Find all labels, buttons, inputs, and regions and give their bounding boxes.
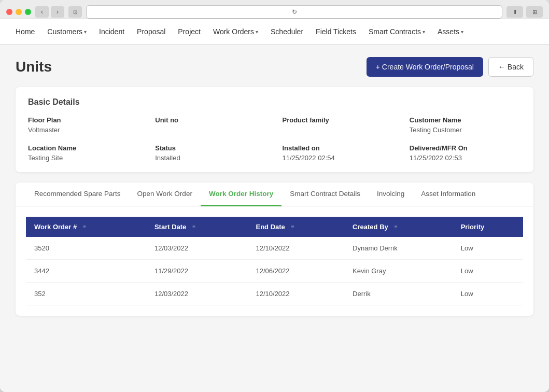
close-button[interactable]: [6, 9, 12, 15]
basic-details-card: Basic Details Floor Plan Voltmaster Unit…: [16, 87, 533, 172]
unit-no-label: Unit no: [155, 116, 266, 124]
col-work-order: Work Order # ≡: [26, 217, 146, 237]
basic-details-title: Basic Details: [28, 97, 521, 107]
status-value: Installed: [155, 154, 266, 162]
nav-item-smart-contracts[interactable]: Smart Contracts: [363, 24, 430, 39]
nav-item-proposal[interactable]: Proposal: [132, 24, 171, 39]
work-order-cell[interactable]: 3520: [26, 237, 146, 260]
tab-asset-information[interactable]: Asset Information: [413, 183, 484, 206]
table-row: 3520 12/03/2022 12/10/2022 Dynamo Derrik…: [26, 237, 523, 260]
header-actions: + Create Work Order/Proposal ← Back: [367, 57, 533, 77]
floor-plan-value: Voltmaster: [28, 126, 139, 134]
delivered-mfr-label: Delivered/MFR On: [410, 144, 521, 152]
nav-item-customers[interactable]: Customers: [42, 24, 92, 39]
col-created-by-menu-icon[interactable]: ≡: [395, 224, 398, 230]
browser-window: ‹ › ⊡ ↻ ⬆ ⊞ Home Customers Incident Prop…: [0, 0, 549, 392]
back-button[interactable]: ← Back: [488, 57, 533, 77]
nav-item-work-orders[interactable]: Work Orders: [208, 24, 263, 39]
col-created-by: Created By ≡: [344, 217, 453, 237]
end-date-cell: 12/10/2022: [247, 283, 344, 305]
nav-bar: Home Customers Incident Proposal Project…: [0, 19, 549, 45]
sidebar-toggle-button[interactable]: ⊡: [68, 6, 82, 18]
forward-nav-button[interactable]: ›: [51, 6, 64, 18]
table-row: 3442 11/29/2022 12/06/2022 Kevin Gray Lo…: [26, 260, 523, 283]
col-created-by-label: Created By: [353, 223, 388, 231]
nav-item-project[interactable]: Project: [173, 24, 206, 39]
browser-controls-row: ‹ › ⊡ ↻ ⬆ ⊞: [6, 5, 543, 19]
tab-recommended-spare-parts[interactable]: Recommended Spare Parts: [26, 183, 129, 206]
start-date-cell: 11/29/2022: [146, 260, 248, 283]
table-header-row: Work Order # ≡ Start Date ≡: [26, 217, 523, 237]
col-work-order-label: Work Order #: [34, 223, 77, 231]
delivered-mfr-value: 11/25/2022 02:53: [410, 154, 521, 162]
priority-cell: Low: [453, 237, 523, 260]
main-content: Units + Create Work Order/Proposal ← Bac…: [0, 45, 549, 392]
refresh-icon: ↻: [292, 8, 297, 16]
floor-plan-label: Floor Plan: [28, 116, 139, 124]
detail-location-name: Location Name Testing Site: [28, 144, 139, 162]
traffic-lights: [6, 9, 31, 15]
work-order-cell[interactable]: 352: [26, 283, 146, 305]
nav-item-assets[interactable]: Assets: [432, 24, 469, 39]
tab-smart-contract-details[interactable]: Smart Contract Details: [281, 183, 369, 206]
col-start-date-menu-icon[interactable]: ≡: [192, 224, 195, 230]
start-date-cell: 12/03/2022: [146, 237, 248, 260]
page-title: Units: [16, 59, 52, 75]
installed-on-label: Installed on: [283, 144, 394, 152]
work-order-history-table: Work Order # ≡ Start Date ≡: [26, 217, 523, 305]
nav-item-scheduler[interactable]: Scheduler: [265, 24, 308, 39]
detail-delivered-mfr-on: Delivered/MFR On 11/25/2022 02:53: [410, 144, 521, 162]
minimize-button[interactable]: [16, 9, 22, 15]
nav-item-home[interactable]: Home: [10, 24, 40, 39]
fullscreen-button[interactable]: [25, 9, 31, 15]
tab-work-order-history[interactable]: Work Order History: [201, 183, 281, 206]
col-work-order-menu-icon[interactable]: ≡: [83, 224, 86, 230]
col-start-date: Start Date ≡: [146, 217, 248, 237]
table-row: 352 12/03/2022 12/10/2022 Derrik Low: [26, 283, 523, 305]
address-bar[interactable]: ↻: [86, 5, 502, 19]
col-end-date-label: End Date: [256, 223, 285, 231]
customer-name-label: Customer Name: [410, 116, 521, 124]
work-order-cell[interactable]: 3442: [26, 260, 146, 283]
col-end-date: End Date ≡: [247, 217, 344, 237]
table-body: 3520 12/03/2022 12/10/2022 Dynamo Derrik…: [26, 237, 523, 305]
create-work-order-button[interactable]: + Create Work Order/Proposal: [367, 57, 483, 77]
tab-open-work-order[interactable]: Open Work Order: [129, 183, 201, 206]
created-by-cell: Derrik: [344, 283, 453, 305]
created-by-cell: Dynamo Derrik: [344, 237, 453, 260]
col-priority-label: Priority: [461, 223, 485, 231]
details-grid: Floor Plan Voltmaster Unit no Product fa…: [28, 116, 521, 162]
new-window-button[interactable]: ⊞: [526, 6, 543, 18]
nav-item-field-tickets[interactable]: Field Tickets: [311, 24, 361, 39]
priority-cell: Low: [453, 260, 523, 283]
nav-item-incident[interactable]: Incident: [94, 24, 130, 39]
end-date-cell: 12/10/2022: [247, 237, 344, 260]
col-start-date-label: Start Date: [154, 223, 186, 231]
customer-name-value: Testing Customer: [410, 126, 521, 134]
priority-cell: Low: [453, 283, 523, 305]
tabs-section: Recommended Spare Parts Open Work Order …: [16, 183, 533, 316]
nav-buttons: ‹ ›: [35, 6, 64, 18]
col-priority: Priority: [453, 217, 523, 237]
location-name-label: Location Name: [28, 144, 139, 152]
browser-actions: ⬆ ⊞: [506, 6, 543, 18]
table-container: Work Order # ≡ Start Date ≡: [16, 206, 533, 316]
detail-customer-name: Customer Name Testing Customer: [410, 116, 521, 134]
page-header: Units + Create Work Order/Proposal ← Bac…: [16, 57, 533, 77]
back-nav-button[interactable]: ‹: [35, 6, 49, 18]
browser-chrome: ‹ › ⊡ ↻ ⬆ ⊞: [0, 0, 549, 19]
status-label: Status: [155, 144, 266, 152]
tab-invoicing[interactable]: Invoicing: [369, 183, 413, 206]
tabs-nav: Recommended Spare Parts Open Work Order …: [16, 183, 533, 206]
start-date-cell: 12/03/2022: [146, 283, 248, 305]
detail-unit-no: Unit no: [155, 116, 266, 134]
share-button[interactable]: ⬆: [506, 6, 523, 18]
detail-status: Status Installed: [155, 144, 266, 162]
installed-on-value: 11/25/2022 02:54: [283, 154, 394, 162]
detail-floor-plan: Floor Plan Voltmaster: [28, 116, 139, 134]
col-end-date-menu-icon[interactable]: ≡: [291, 224, 294, 230]
end-date-cell: 12/06/2022: [247, 260, 344, 283]
detail-product-family: Product family: [283, 116, 394, 134]
location-name-value: Testing Site: [28, 154, 139, 162]
product-family-label: Product family: [283, 116, 394, 124]
